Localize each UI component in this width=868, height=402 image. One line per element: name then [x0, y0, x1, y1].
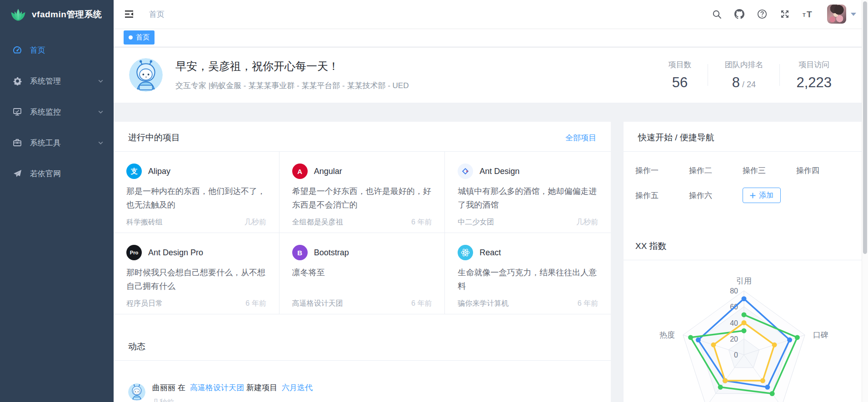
- chevron-down-icon: [98, 109, 104, 115]
- radar-section: 020406080引用口碑产量贡献热度: [624, 260, 862, 402]
- svg-text:口碑: 口碑: [813, 331, 828, 339]
- project-card-desc: 凛冬将至: [292, 266, 432, 293]
- quick-link-2[interactable]: 操作二: [689, 165, 743, 176]
- activity-item: 曲丽丽在高逼格设计天团新建项目六月迭代 几秒前: [114, 361, 611, 402]
- projects-title: 进行中的项目: [128, 132, 180, 144]
- user-avatar[interactable]: [827, 5, 846, 24]
- app-logo[interactable]: vfadmin管理系统: [0, 0, 114, 29]
- svg-text:80: 80: [730, 287, 738, 295]
- project-card-time: 6 年前: [578, 299, 598, 308]
- project-card-title[interactable]: Angular: [314, 167, 342, 176]
- add-button[interactable]: 添加: [743, 188, 781, 203]
- sidebar-item-system-monitor[interactable]: 系统监控: [0, 96, 114, 127]
- stat-team-rank: 团队内排名 8 / 24: [708, 60, 779, 91]
- activity-text: 曲丽丽在高逼格设计天团新建项目六月迭代: [152, 383, 315, 392]
- quick-link-5[interactable]: 操作五: [635, 190, 689, 201]
- quick-nav-title: 快速开始 / 便捷导航: [638, 132, 714, 144]
- project-card-title[interactable]: Bootstrap: [314, 248, 349, 258]
- project-card-title[interactable]: React: [479, 248, 501, 258]
- tags-view-bar: 首页: [114, 28, 868, 47]
- projects-panel: 进行中的项目 全部项目 支 Alipay 那是一种内在的东西，他们到达不了，也无…: [114, 122, 611, 402]
- alipay-icon: 支: [126, 164, 142, 179]
- greeting-title: 早安，吴彦祖，祝你开心每一天！: [175, 59, 409, 74]
- project-card-time: 6 年前: [411, 299, 432, 308]
- plus-icon: [750, 193, 756, 199]
- angular-icon: A: [292, 164, 308, 179]
- app-root: vfadmin管理系统 首页 系统管理: [0, 0, 868, 402]
- sidebar-item-system-tools[interactable]: 系统工具: [0, 127, 114, 158]
- stat-value: 2,223: [796, 74, 832, 91]
- leaf-logo-icon: [10, 7, 26, 22]
- font-size-icon[interactable]: T T: [803, 9, 814, 19]
- index-title: XX 指数: [635, 240, 667, 252]
- stat-projects: 项目数 56: [652, 60, 708, 91]
- project-card-title[interactable]: Ant Design Pro: [148, 248, 203, 258]
- project-card-group[interactable]: 科学搬砖组: [126, 218, 163, 227]
- project-card-group[interactable]: 全组都是吴彦祖: [292, 218, 343, 227]
- project-card-react: React 生命就像一盒巧克力，结果往往出人意料 骗你来学计算机 6 年前: [445, 233, 611, 314]
- activity-group-link[interactable]: 高逼格设计天团: [190, 383, 244, 392]
- caret-down-icon: [851, 13, 856, 16]
- activity-user-avatar: [128, 383, 145, 401]
- project-card-title[interactable]: Alipay: [148, 167, 170, 176]
- project-card-time: 几秒前: [576, 218, 598, 227]
- user-menu[interactable]: [827, 5, 856, 24]
- project-card-desc: 生命就像一盒巧克力，结果往往出人意料: [458, 266, 598, 293]
- project-card-title[interactable]: Ant Design: [479, 167, 519, 176]
- quick-link-3[interactable]: 操作三: [743, 165, 796, 176]
- project-card-group[interactable]: 中二少女团: [458, 218, 494, 227]
- stat-label: 项目数: [668, 60, 691, 70]
- dashboard-icon: [12, 45, 23, 55]
- project-card-angular: A Angular 希望是一个好东西，也许是最好的，好东西是不会消亡的 全组都是…: [279, 152, 445, 233]
- svg-text:40: 40: [730, 319, 738, 327]
- activity-header: 动态: [114, 314, 611, 360]
- quick-links-grid: 操作一 操作二 操作三 操作四 操作五 操作六 添加: [624, 152, 862, 219]
- project-card-ant-design-pro: Pro Ant Design Pro 那时候我只会想自己想要什么，从不想自己拥有…: [114, 233, 279, 314]
- navbar-actions: T T: [712, 5, 856, 24]
- sidebar-item-home[interactable]: 首页: [0, 35, 114, 65]
- scrollbar-thumb[interactable]: [863, 1, 867, 254]
- monitor-icon: [12, 106, 23, 117]
- ant-design-icon: [458, 164, 473, 179]
- greeting-subtitle: 交互专家 |蚂蚁金服 - 某某某事业群 - 某某平台部 - 某某技术部 - UE…: [175, 80, 409, 91]
- stat-suffix: / 24: [740, 80, 756, 89]
- content-columns: 进行中的项目 全部项目 支 Alipay 那是一种内在的东西，他们到达不了，也无…: [114, 122, 862, 402]
- main-area: 首页: [114, 0, 868, 402]
- github-icon[interactable]: [734, 9, 744, 19]
- sidebar-item-label: 系统监控: [30, 107, 61, 117]
- all-projects-link[interactable]: 全部项目: [565, 133, 596, 143]
- question-icon[interactable]: [757, 9, 767, 19]
- paper-plane-icon: [12, 168, 23, 179]
- project-card-group[interactable]: 高逼格设计天团: [292, 299, 343, 308]
- project-card-time: 几秒前: [244, 218, 266, 227]
- project-card-alipay: 支 Alipay 那是一种内在的东西，他们到达不了，也无法触及的 科学搬砖组 几…: [114, 152, 279, 233]
- activity-user-name[interactable]: 曲丽丽: [152, 383, 175, 392]
- app-title: vfadmin管理系统: [32, 9, 102, 20]
- sidebar-item-label: 若依官网: [30, 169, 61, 179]
- sidebar-item-system-management[interactable]: 系统管理: [0, 65, 114, 96]
- quick-link-1[interactable]: 操作一: [635, 165, 689, 176]
- sidebar-item-official-site[interactable]: 若依官网: [0, 158, 114, 189]
- activity-project-link[interactable]: 六月迭代: [282, 383, 313, 392]
- breadcrumb[interactable]: 首页: [149, 9, 165, 20]
- fullscreen-icon[interactable]: [780, 9, 790, 19]
- hamburger-fold-icon[interactable]: [124, 9, 135, 19]
- svg-text:20: 20: [730, 335, 738, 343]
- activity-title: 动态: [128, 341, 145, 352]
- project-cards-grid: 支 Alipay 那是一种内在的东西，他们到达不了，也无法触及的 科学搬砖组 几…: [114, 152, 611, 314]
- stat-label: 项目访问: [796, 60, 832, 70]
- page-scrollbar: [862, 0, 868, 402]
- project-card-group[interactable]: 程序员日常: [126, 299, 163, 308]
- quick-nav-panel: 快速开始 / 便捷导航 操作一 操作二 操作三 操作四 操作五 操作六: [624, 122, 862, 402]
- tag-home[interactable]: 首页: [124, 30, 155, 45]
- sidebar-item-label: 系统管理: [30, 76, 61, 86]
- svg-text:T: T: [807, 10, 812, 19]
- search-icon[interactable]: [712, 10, 722, 19]
- radar-chart: 020406080引用口碑产量贡献热度: [624, 260, 862, 402]
- project-card-group[interactable]: 骗你来学计算机: [458, 299, 509, 308]
- quick-link-4[interactable]: 操作四: [796, 165, 850, 176]
- project-card-ant-design: Ant Design 城镇中有那么多的酒馆，她却偏偏走进了我的酒馆 中二少女团 …: [445, 152, 611, 233]
- quick-link-6[interactable]: 操作六: [689, 190, 743, 201]
- sidebar-menu: 首页 系统管理: [0, 29, 114, 189]
- project-card-desc: 城镇中有那么多的酒馆，她却偏偏走进了我的酒馆: [458, 184, 598, 212]
